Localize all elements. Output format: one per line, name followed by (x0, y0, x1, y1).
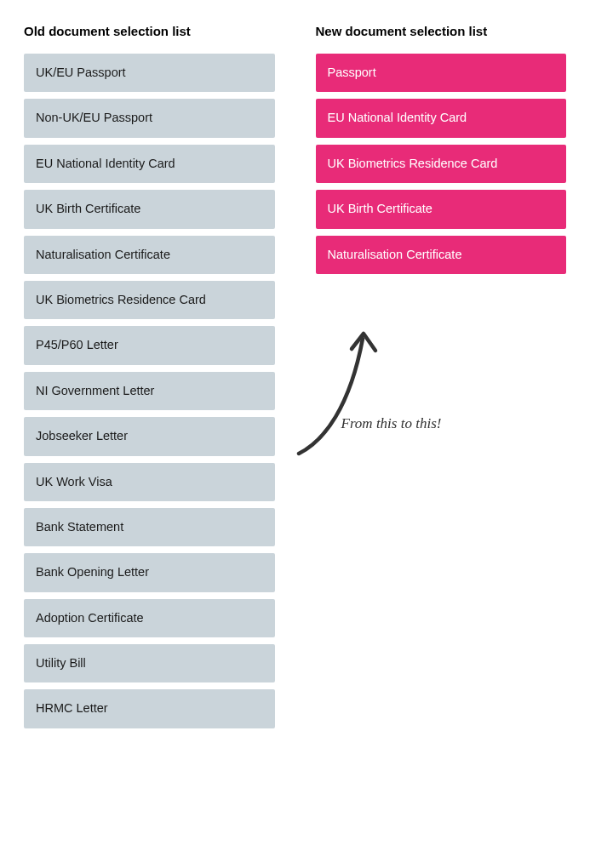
old-list: UK/EU PassportNon-UK/EU PassportEU Natio… (24, 54, 275, 728)
list-item[interactable]: UK Biometrics Residence Card (24, 281, 275, 319)
list-item[interactable]: Non-UK/EU Passport (24, 99, 275, 137)
comparison-columns: Old document selection list UK/EU Passpo… (24, 24, 566, 728)
list-item[interactable]: Bank Opening Letter (24, 553, 275, 591)
list-item[interactable]: Jobseeker Letter (24, 417, 275, 455)
list-item[interactable]: P45/P60 Letter (24, 326, 275, 364)
annotation-caption: From this to this! (341, 415, 442, 432)
old-column: Old document selection list UK/EU Passpo… (24, 24, 275, 728)
list-item[interactable]: Bank Statement (24, 508, 275, 546)
list-item[interactable]: HRMC Letter (24, 689, 275, 728)
list-item[interactable]: UK Birth Certificate (316, 190, 567, 228)
list-item[interactable]: Passport (316, 54, 567, 92)
new-heading: New document selection list (316, 24, 567, 38)
list-item[interactable]: EU National Identity Card (316, 99, 567, 137)
arrow-icon (290, 313, 410, 466)
list-item[interactable]: Adoption Certificate (24, 599, 275, 637)
list-item[interactable]: EU National Identity Card (24, 145, 275, 183)
list-item[interactable]: NI Government Letter (24, 372, 275, 410)
new-column: New document selection list PassportEU N… (316, 24, 567, 274)
annotation: From this to this! (290, 313, 529, 466)
list-item[interactable]: UK/EU Passport (24, 54, 275, 92)
list-item[interactable]: UK Birth Certificate (24, 190, 275, 228)
list-item[interactable]: UK Work Visa (24, 463, 275, 501)
list-item[interactable]: Utility Bill (24, 644, 275, 682)
list-item[interactable]: UK Biometrics Residence Card (316, 145, 567, 183)
list-item[interactable]: Naturalisation Certificate (316, 236, 567, 274)
new-list: PassportEU National Identity CardUK Biom… (316, 54, 567, 274)
old-heading: Old document selection list (24, 24, 275, 38)
list-item[interactable]: Naturalisation Certificate (24, 236, 275, 274)
